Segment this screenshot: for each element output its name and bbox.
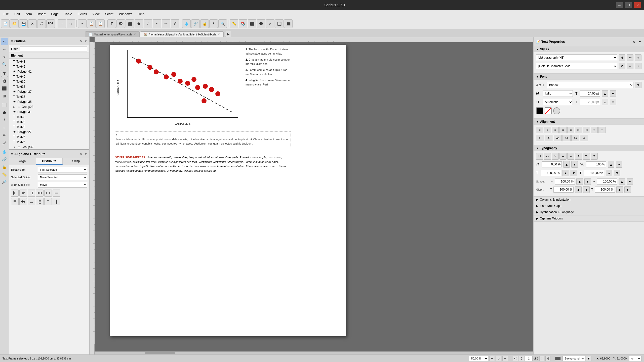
menu-page[interactable]: Page xyxy=(49,11,61,17)
zoom-out-btn[interactable]: − xyxy=(489,356,495,361)
text-transform6[interactable]: A xyxy=(580,135,588,141)
tree-item-text28[interactable]: TText28 xyxy=(9,124,89,129)
tb-unlink[interactable]: 🔓 xyxy=(200,19,209,28)
tab-distribute[interactable]: Distribute xyxy=(36,158,63,165)
tb-calligraphic[interactable]: 🖊 xyxy=(171,19,179,28)
glyph2-down[interactable]: ▼ xyxy=(624,186,631,193)
minimize-button[interactable]: ─ xyxy=(616,2,623,8)
tool-zoom3[interactable]: 🔎 xyxy=(1,178,8,186)
line-spacing-down[interactable]: ▼ xyxy=(610,99,616,105)
typo-sup[interactable]: x² xyxy=(567,153,574,160)
tree-item-text30[interactable]: TText30 xyxy=(9,114,89,119)
menu-table[interactable]: Table xyxy=(62,11,75,17)
typo-smallcaps[interactable]: Tı xyxy=(583,153,590,160)
font-section-header[interactable]: ▼ Font xyxy=(534,74,644,80)
text-baseline2[interactable]: ⌶ xyxy=(598,127,606,133)
char-style-reset[interactable]: ↺ xyxy=(619,63,625,69)
va-down[interactable]: ▼ xyxy=(616,161,622,168)
tb-new[interactable]: 📄 xyxy=(1,19,10,28)
tab-scientifik-close[interactable]: ✕ xyxy=(218,33,220,36)
tb-layers[interactable]: 📚 xyxy=(239,19,247,28)
maximize-button[interactable]: ❐ xyxy=(625,2,632,8)
h-scrollbar[interactable] xyxy=(95,351,533,354)
font-size-input[interactable] xyxy=(580,90,600,97)
width-input2[interactable] xyxy=(584,170,604,176)
tree-item-text25[interactable]: TText25 xyxy=(9,140,89,145)
typo-outline[interactable]: T xyxy=(575,153,582,160)
align-left-btn[interactable] xyxy=(11,190,19,197)
text-indent-right[interactable]: ⇥ xyxy=(583,127,590,133)
tool-freehand2[interactable]: ✏ xyxy=(1,132,8,139)
background-arrow[interactable]: ▼ xyxy=(586,356,591,361)
align-extra2-btn[interactable] xyxy=(53,198,60,205)
tool-table2[interactable]: ⊞ xyxy=(1,93,8,100)
font-style-select[interactable]: Italic Regular Bold Bold Italic xyxy=(543,90,573,97)
tb-polygon[interactable]: ⬟ xyxy=(135,19,143,28)
tb-misc2[interactable]: 🔳 xyxy=(284,19,293,28)
char-style-select[interactable]: [Default Character Style] xyxy=(536,63,617,69)
glyph1-up[interactable]: ▲ xyxy=(575,186,582,193)
font-name-select[interactable]: Barlow xyxy=(547,82,633,88)
tb-text-frame[interactable]: T xyxy=(107,19,116,28)
align-sides-select[interactable]: Move Resize xyxy=(38,182,87,188)
distribute-h-btn[interactable] xyxy=(36,190,44,197)
tab-revista[interactable]: 📄 Magazine_template/Revista.sla ✕ xyxy=(85,31,140,37)
align-middle-btn[interactable] xyxy=(19,198,27,205)
hyphenation-section-collapsed[interactable]: ▶ Hyphenation & Language xyxy=(534,209,644,215)
width-input1[interactable] xyxy=(541,170,561,176)
va-input[interactable] xyxy=(586,161,606,167)
tool-line2[interactable]: / xyxy=(1,117,8,124)
h-scrollbar-thumb[interactable] xyxy=(145,352,175,354)
tool-measure2[interactable]: 📏 xyxy=(1,171,8,178)
tb-shape[interactable]: ⬛ xyxy=(126,19,134,28)
space1-up[interactable]: ▲ xyxy=(576,178,583,185)
menu-extras[interactable]: Extras xyxy=(75,11,90,17)
distribute-v2-btn[interactable] xyxy=(44,198,52,205)
page-number-input[interactable] xyxy=(525,356,533,361)
text-align-justify[interactable]: ≡ xyxy=(559,127,567,133)
outline-close[interactable]: ✕ xyxy=(80,39,83,43)
distribute-v-btn[interactable] xyxy=(36,198,44,205)
tree-item-text40[interactable]: TText40 xyxy=(9,74,89,79)
space2-down[interactable]: ▼ xyxy=(627,178,633,185)
text-align-left[interactable]: ≡ xyxy=(536,127,543,133)
menu-item[interactable]: Item xyxy=(23,11,34,17)
window-controls[interactable]: ─ ❐ ✕ xyxy=(616,2,641,8)
width1-down[interactable]: ▼ xyxy=(571,170,577,176)
tb-image-frame[interactable]: 🖼 xyxy=(116,19,125,28)
tool-bezier2[interactable]: ~ xyxy=(1,124,8,131)
tb-eye[interactable]: 👁 xyxy=(209,19,218,28)
space-input1[interactable] xyxy=(555,178,575,185)
tool-select[interactable]: ↖ xyxy=(1,38,8,45)
text-transform1[interactable]: A↑ xyxy=(536,135,544,141)
menu-script[interactable]: Script xyxy=(102,11,116,17)
orphans-section-collapsed[interactable]: ▶ Orphans Widows xyxy=(534,215,644,222)
filter-input[interactable] xyxy=(20,46,87,52)
text-transform4[interactable]: aA xyxy=(562,135,571,141)
tree-item-group32[interactable]: ▼⊞Group32 xyxy=(9,145,89,149)
tracking-down[interactable]: ▼ xyxy=(571,161,578,168)
para-style-reset[interactable]: ↺ xyxy=(619,54,625,61)
align-panel-close[interactable]: ✕ xyxy=(80,152,83,156)
menu-view[interactable]: View xyxy=(90,11,102,17)
menu-insert[interactable]: Insert xyxy=(35,11,48,17)
tree-item-polygon37[interactable]: ★Polygon37 xyxy=(9,89,89,94)
tool-rotate[interactable]: ↺ xyxy=(1,53,8,60)
zoom-select[interactable]: 50,00 % 100,00 % 75,00 % 25,00 % xyxy=(469,356,488,361)
tb-open[interactable]: 📂 xyxy=(10,19,19,28)
menu-edit[interactable]: Edit xyxy=(12,11,22,17)
line-spacing-mode[interactable]: Automatic Fixed xyxy=(543,99,573,105)
tree-item-text38[interactable]: TText38 xyxy=(9,84,89,89)
tool-unlink2[interactable]: 🔓 xyxy=(1,163,8,170)
glyph1-down[interactable]: ▼ xyxy=(583,186,590,193)
typography-section-header[interactable]: ▼ Typography xyxy=(534,145,644,151)
properties-close[interactable]: ✕ xyxy=(632,40,635,44)
tool-render[interactable]: ⬛ xyxy=(1,85,8,92)
text-transform2[interactable]: A↓ xyxy=(545,135,553,141)
line-spacing-input[interactable] xyxy=(580,99,600,105)
para-style-edit[interactable]: ✏ xyxy=(627,54,633,61)
canvas-content[interactable]: VARIABLE A VARIABLE B xyxy=(95,42,533,354)
width2-down[interactable]: ▼ xyxy=(614,170,620,176)
tb-copy[interactable]: 📋 xyxy=(87,19,96,28)
align-right-btn[interactable] xyxy=(28,190,35,197)
